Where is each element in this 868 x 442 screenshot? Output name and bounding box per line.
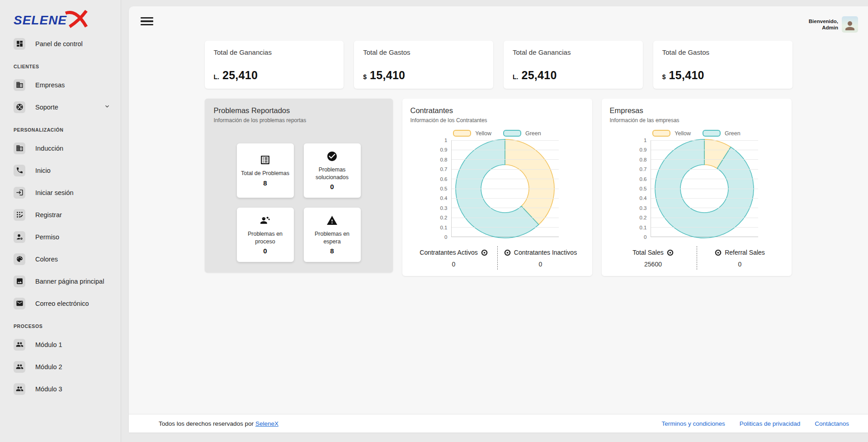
problem-tiles: Total de Problemas 8 Problemas soluciona… [237,143,361,262]
main-panel: Bienvenido, Admin Total de Ganancias L.2… [129,6,868,432]
topbar: Bienvenido, Admin [129,6,868,35]
user-name: Admin [809,24,838,31]
sidebar-item-label: Colores [35,256,58,263]
card-subtitle: Información de las empresas [610,117,783,124]
green-swatch [703,130,721,137]
y-axis-ticks: 10.90.80.70.60.50.40.30.20.10 [436,140,451,237]
sidebar-item-modulo-2[interactable]: Módulo 2 [0,356,121,378]
sidebar-item-panel-de-control[interactable]: Panel de control [0,33,121,55]
user-menu[interactable]: Bienvenido, Admin [809,16,858,33]
brand-link[interactable]: SeleneX [255,420,278,427]
tile-total-problemas: Total de Problemas 8 [237,143,294,198]
tile-problemas-en-espera: Problemas en espera 8 [304,208,361,262]
tile-value: 0 [263,247,267,255]
currency-symbol: L. [214,73,219,81]
user-greeting: Bienvenido, Admin [809,18,838,31]
chart-stats: Contratantes Activos 0 Contratantes Inac… [410,245,584,271]
sidebar-item-label: Panel de control [35,40,83,48]
chart-grid [451,140,559,237]
link-terminos[interactable]: Terminos y condiciones [662,420,725,427]
sidebar-item-label: Banner página principal [35,278,104,285]
building-icon [14,79,25,91]
stat-title: Total de Ganancias [214,48,335,56]
support-icon [14,101,25,113]
dashboard-icon [14,38,25,50]
legend-item-yellow[interactable]: Yellow [453,130,491,137]
sidebar-item-registrar[interactable]: Registrar [0,204,121,226]
stat-value: 25,410 [222,69,258,82]
sidebar-item-label: Permiso [35,233,59,241]
link-contactanos[interactable]: Contáctanos [815,420,849,427]
currency-symbol: L. [513,73,518,81]
dashed-divider [697,246,697,270]
sidebar-item-soporte[interactable]: Soporte [0,96,121,118]
sidebar-section-clientes: CLIENTES [0,55,121,74]
dashed-divider [497,246,498,270]
sidebar-item-label: Módulo 3 [35,385,62,393]
card-subtitle: Información de los problemas reportas [214,117,384,124]
tile-label: Problemas en proceso [241,230,290,246]
sidebar-item-modulo-1[interactable]: Módulo 1 [0,333,121,356]
registration-icon [14,209,25,221]
copyright-text: Todos los derechos reservados por Selene… [159,420,278,427]
sidebar-nav: Panel de control CLIENTES Empresas Sopor… [0,33,121,400]
stat-card-gastos-1: Total de Gastos $15,410 [354,41,493,89]
doughnut-chart: 10.90.80.70.60.50.40.30.20.10 [410,140,584,237]
group-icon [14,361,25,373]
permission-icon [14,231,25,243]
avatar[interactable] [842,16,858,33]
legend-item-yellow[interactable]: Yellow [652,130,691,137]
card-title: Empresas [610,106,783,115]
palette-icon [14,253,25,265]
sidebar-item-label: Módulo 1 [35,341,62,348]
sidebar-item-inicio[interactable]: Inicio [0,159,121,181]
empresas-card: Empresas Información de las empresas Yel… [602,99,792,276]
yellow-swatch [652,130,670,137]
currency-symbol: $ [363,73,367,81]
stat-contratantes-activos: Contratantes Activos 0 [410,249,497,268]
sidebar-item-modulo-3[interactable]: Módulo 3 [0,378,121,400]
bullseye-icon [504,249,511,256]
stat-total-sales: Total Sales 25600 [610,249,697,268]
tile-problemas-en-proceso: Problemas en proceso 0 [237,208,294,262]
chart-grid [651,140,758,237]
sidebar-item-banner[interactable]: Banner página principal [0,270,121,292]
chart-legend: Yellow Green [410,130,584,137]
contratantes-card: Contratantes Información de los Contrata… [402,99,592,276]
login-icon [14,187,25,199]
sidebar-item-induccion[interactable]: Inducción [0,137,121,159]
green-swatch [503,130,521,137]
y-axis-ticks: 10.90.80.70.60.50.40.30.20.10 [635,140,651,237]
logo[interactable]: SELENE [0,0,121,33]
chevron-down-icon[interactable] [104,103,111,112]
sidebar-item-label: Módulo 2 [35,363,62,371]
engineering-icon [259,215,271,226]
sidebar-item-correo[interactable]: Correo electrónico [0,292,121,314]
sidebar-item-permiso[interactable]: Permiso [0,226,121,248]
sidebar-item-label: Correo electrónico [35,300,89,307]
image-icon [14,276,25,287]
greeting-text: Bienvenido, [809,18,838,24]
building-icon [14,143,25,154]
list-icon [259,154,271,166]
sidebar-item-label: Iniciar sesión [35,189,74,196]
tile-value: 8 [330,247,334,255]
footer: Todos los derechos reservados por Selene… [129,414,868,432]
stat-referral-sales: Referral Sales 0 [697,249,783,268]
stat-card-ganancias-1: Total de Ganancias L.25,410 [205,41,344,89]
stat-title: Total de Gastos [662,48,783,56]
menu-button[interactable] [141,16,153,26]
chart-legend: Yellow Green [610,130,783,137]
legend-item-green[interactable]: Green [703,130,741,137]
sidebar-item-iniciar-sesion[interactable]: Iniciar sesión [0,181,121,204]
sidebar-section-procesos: PROCESOS [0,314,121,333]
group-icon [14,339,25,351]
check-circle-icon [326,151,338,162]
sidebar-item-empresas[interactable]: Empresas [0,74,121,96]
link-politicas[interactable]: Politicas de privacidad [740,420,800,427]
tile-label: Problemas solucionados [307,166,357,181]
phone-icon [14,165,25,176]
stat-contratantes-inactivos: Contratantes Inactivos 0 [497,249,584,268]
sidebar-item-colores[interactable]: Colores [0,248,121,270]
legend-item-green[interactable]: Green [503,130,541,137]
